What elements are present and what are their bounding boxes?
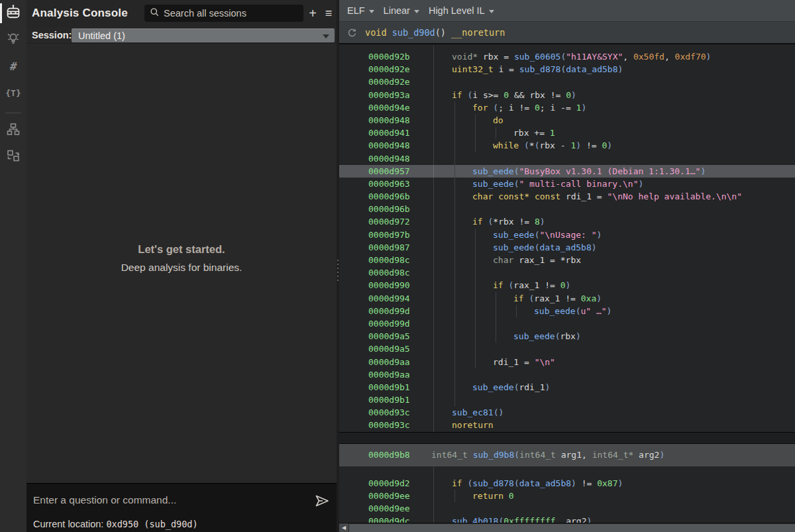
code-token: * — [529, 140, 535, 150]
code-token: != — [576, 478, 597, 488]
code-token: 0 — [535, 103, 540, 113]
code-row[interactable]: 0000d93aif (i s>= 0 && rbx != 0) — [339, 89, 795, 101]
address: 0000d92b — [368, 50, 410, 63]
code-row[interactable]: 0000d9dcsub_4b018(0xffffffff, arg2) — [339, 515, 795, 523]
code-text: sub_eede("BusyBox v1.30.1 (Debian 1:1.30… — [472, 165, 706, 178]
binary-format-label: ELF — [347, 5, 365, 16]
code-row[interactable]: 0000d92e — [339, 76, 795, 88]
address: 0000d94e — [368, 101, 410, 114]
indent-guide — [496, 305, 496, 317]
code-row[interactable]: 0000d9aardi_1 = "\n" — [339, 356, 795, 368]
code-text: rbx += 1 — [513, 127, 555, 139]
code-token: ) — [596, 293, 602, 303]
search-input[interactable] — [164, 8, 283, 19]
binary-format-dropdown[interactable]: ELF — [346, 5, 376, 16]
indent-guide — [454, 190, 455, 203]
indent-guide — [454, 152, 455, 165]
code-token: 0 — [509, 491, 514, 501]
code-row[interactable]: 0000d99d — [339, 317, 795, 330]
sidebar-item-cross-references[interactable] — [0, 144, 26, 170]
code-row[interactable]: 0000d92bvoid* rbx = sub_60605("h11AY&SYX… — [339, 50, 795, 63]
code-row[interactable]: 0000d9eereturn 0 — [339, 490, 795, 502]
horizontal-scrollbar[interactable]: ◀ — [339, 523, 795, 532]
code-row[interactable]: 0000d98c — [339, 266, 795, 279]
panel-splitter[interactable] — [337, 0, 339, 532]
code-token: ) — [581, 103, 586, 113]
code-text: char const* const rdi_1 = "\nNo help ava… — [472, 190, 742, 203]
code-row[interactable]: 0000d99dsub_eede(u" …") — [339, 305, 795, 317]
session-select[interactable]: Untitled (1) — [72, 28, 335, 42]
code-token: != — [581, 140, 602, 150]
code-row[interactable]: 0000d948do — [339, 114, 795, 127]
indent-guide — [454, 305, 455, 317]
code-token: ) — [607, 306, 612, 316]
code-token: arg1, — [556, 450, 592, 460]
linear-view[interactable]: 0000d92bvoid* rbx = sub_60605("h11AY&SYX… — [339, 46, 795, 523]
code-text: if (i s>= 0 && rbx != 0) — [452, 89, 576, 101]
code-row[interactable]: 0000d97bsub_eede("\nUsage: ") — [339, 229, 795, 241]
sidebar-item-suggestions[interactable] — [0, 27, 26, 53]
code-row[interactable]: 0000d972if (*rbx != 8) — [339, 215, 795, 228]
code-row[interactable]: 0000d990if (rax_1 != 0) — [339, 279, 795, 292]
indent-guide — [454, 343, 455, 355]
chat-input[interactable] — [33, 494, 311, 506]
code-row[interactable]: 0000d92euint32_t i = sub_d878(data_ad5b8… — [339, 63, 795, 76]
session-search[interactable] — [144, 5, 303, 22]
function-2-header[interactable]: 0000d9b8int64_t sub_d9b8(int64_t arg1, i… — [339, 444, 795, 466]
send-button[interactable] — [313, 494, 331, 511]
binary-view-panel: ELF Linear High Level IL void sub_d90d()… — [339, 0, 795, 532]
scrollbar-thumb[interactable] — [349, 524, 795, 532]
code-token: 0 — [504, 90, 509, 100]
code-row[interactable]: 0000d9ee — [339, 502, 795, 515]
sidebar-item-types[interactable]: {T} — [0, 80, 26, 106]
splitter-grip-icon — [337, 260, 339, 284]
code-row[interactable]: 0000d94efor (; i != 0; i -= 1) — [339, 101, 795, 114]
code-row[interactable]: 0000d98cchar rax_1 = *rbx — [339, 254, 795, 266]
indent-guide — [454, 229, 455, 241]
sidebar-item-hierarchy[interactable] — [0, 117, 26, 144]
code-row[interactable]: 0000d948 — [339, 152, 795, 165]
view-mode-dropdown[interactable]: Linear — [382, 5, 421, 16]
new-session-button[interactable]: + — [305, 5, 321, 21]
code-text: rdi_1 = "\n" — [493, 356, 555, 368]
code-row[interactable]: 0000d9a5sub_eede(rbx) — [339, 330, 795, 343]
code-row[interactable]: 0000d9d2if (sub_d878(data_ad5b8) != 0x87… — [339, 477, 795, 490]
code-row[interactable]: 0000d941rbx += 1 — [339, 127, 795, 139]
code-row[interactable]: 0000d9aa — [339, 368, 795, 381]
code-row[interactable]: 0000d9b1 — [339, 394, 795, 406]
code-token: char — [493, 255, 513, 265]
code-row[interactable]: 0000d93cnoreturn — [339, 419, 795, 431]
collapse-refresh-icon — [347, 28, 357, 38]
code-row[interactable]: 0000d9b1sub_eede(rdi_1) — [339, 381, 795, 394]
sidebar-item-analysis-console[interactable] — [0, 0, 26, 27]
code-row[interactable]: 0000d963sub_eede(" multi-call binary.\n"… — [339, 178, 795, 190]
code-token: void — [365, 27, 387, 38]
code-token: sub_eede — [472, 166, 514, 176]
code-row[interactable]: 0000d96b — [339, 203, 795, 215]
indent-guide — [454, 139, 455, 152]
code-row[interactable]: 0000d948while (*(rbx - 1) != 0) — [339, 139, 795, 152]
address: 0000d9ee — [368, 490, 410, 502]
code-token: sub_eede — [472, 179, 514, 189]
code-row[interactable]: 0000d987sub_eede(data_ad5b8) — [339, 241, 795, 254]
address: 0000d9b1 — [368, 394, 410, 406]
scroll-left-button[interactable]: ◀ — [339, 523, 348, 532]
code-row[interactable]: 0000d96bchar const* const rdi_1 = "\nNo … — [339, 190, 795, 203]
address: 0000d92e — [368, 63, 410, 76]
function-signature-bar[interactable]: void sub_d90d() __noreturn — [339, 22, 795, 44]
code-row[interactable]: 0000d994if (rax_1 != 0xa) — [339, 292, 795, 305]
code-row[interactable]: 0000d93csub_ec81() — [339, 406, 795, 419]
indent-guide — [454, 178, 455, 190]
code-token: ( — [524, 140, 529, 150]
code-token: __noreturn — [451, 27, 505, 38]
sidebar-item-symbols[interactable]: # — [0, 53, 26, 80]
indent-guide — [475, 305, 476, 317]
code-row-selected[interactable]: 0000d957sub_eede("BusyBox v1.30.1 (Debia… — [339, 165, 795, 178]
address: 0000d990 — [368, 279, 410, 292]
il-level-label: High Level IL — [429, 5, 485, 16]
address: 0000d99d — [368, 305, 410, 317]
code-token: ) — [592, 242, 597, 252]
il-level-dropdown[interactable]: High Level IL — [427, 5, 496, 16]
code-row[interactable]: 0000d9a5 — [339, 343, 795, 355]
menu-button[interactable]: ≡ — [321, 5, 337, 21]
